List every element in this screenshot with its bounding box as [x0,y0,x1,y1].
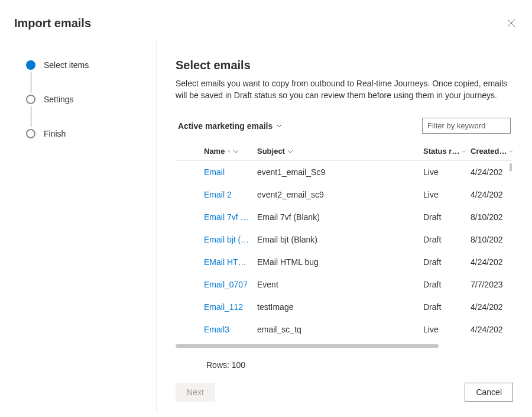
row-name-link[interactable]: Email_112 [204,302,257,312]
column-header-name[interactable]: Name ↑ [204,147,257,156]
column-header-created[interactable]: Created… [471,147,513,156]
table-row[interactable]: Email bjt (…Email bjt (Blank)Draft8/10/2… [176,228,513,251]
vertical-scrollbar[interactable] [508,163,512,335]
dialog-title: Import emails [14,17,91,30]
row-created: 7/7/2023 [471,280,513,289]
step-indicator-inactive [26,95,35,104]
page-heading: Select emails [176,59,513,72]
close-button[interactable] [505,17,518,31]
row-subject: event2_email_sc9 [257,190,423,199]
row-created: 4/24/202 [471,257,513,267]
row-status: Draft [423,257,471,267]
column-header-subject[interactable]: Subject [257,147,423,156]
table-row[interactable]: Email_112testImageDraft4/24/202 [176,296,513,318]
row-name-link[interactable]: EMail HT… [204,257,257,267]
row-status: Live [423,190,471,199]
table-row[interactable]: Email_0707EventDraft7/7/2023 [176,273,513,296]
step-indicator-inactive [26,129,35,138]
column-label: Status r… [423,147,459,156]
row-created: 8/10/202 [471,235,513,244]
row-subject: Email 7vf (Blank) [257,212,423,222]
next-button[interactable]: Next [176,383,215,402]
cancel-button[interactable]: Cancel [465,383,513,402]
column-label: Created… [471,147,507,156]
row-subject: testImage [257,302,423,312]
row-status: Draft [423,302,471,312]
step-connector [31,106,31,127]
table-row[interactable]: Email 2event2_email_sc9Live4/24/202 [176,183,513,206]
row-name-link[interactable]: Email 7vf … [204,212,257,222]
filter-input[interactable] [422,118,511,134]
step-list: Select items Settings Finish [26,59,144,140]
step-label: Settings [44,95,74,104]
horizontal-scrollbar-thumb[interactable] [176,344,439,348]
row-subject: event1_email_Sc9 [257,167,423,177]
row-created: 4/24/202 [471,302,513,312]
chevron-down-icon [276,124,282,128]
step-label: Select items [44,60,89,70]
table-wrapper: Name ↑ Subject Status r… Created… Email [176,142,513,352]
table-row[interactable]: Email3email_sc_tqLive4/24/202 [176,318,513,341]
row-name-link[interactable]: Email [204,167,257,177]
row-name-link[interactable]: Email bjt (… [204,235,257,244]
row-created: 4/24/202 [471,325,513,334]
table-body: Emailevent1_email_Sc9Live4/24/202Email 2… [176,161,513,341]
step-connector [31,72,31,93]
close-icon [507,19,515,27]
column-label: Subject [257,147,285,156]
step-settings[interactable]: Settings [26,93,144,106]
chevron-down-icon [509,150,513,153]
horizontal-scrollbar[interactable] [176,344,513,349]
table-controls: Active marketing emails [176,118,513,142]
row-status: Live [423,325,471,334]
vertical-scrollbar-thumb[interactable] [510,163,512,172]
column-label: Name [204,147,225,156]
row-subject: Event [257,280,423,289]
sort-ascending-icon: ↑ [227,148,231,155]
dialog-footer: Next Cancel [176,370,513,402]
step-label: Finish [44,129,66,138]
table-header: Name ↑ Subject Status r… Created… [176,142,513,161]
step-finish[interactable]: Finish [26,127,144,140]
row-name-link[interactable]: Email 2 [204,190,257,199]
rows-count: Rows: 100 [176,352,513,370]
row-name-link[interactable]: Email_0707 [204,280,257,289]
column-header-checkbox[interactable] [176,147,204,156]
table-row[interactable]: Email 7vf …Email 7vf (Blank)Draft8/10/20… [176,206,513,228]
row-status: Live [423,167,471,177]
table-row[interactable]: EMail HT…EMail HTML bugDraft4/24/202 [176,251,513,273]
main-panel: Select emails Select emails you want to … [157,41,532,413]
column-header-status[interactable]: Status r… [423,147,471,156]
view-selector-label: Active marketing emails [178,121,273,131]
chevron-down-icon [233,150,239,153]
row-status: Draft [423,280,471,289]
row-subject: email_sc_tq [257,325,423,334]
row-name-link[interactable]: Email3 [204,325,257,334]
row-subject: EMail HTML bug [257,257,423,267]
wizard-sidebar: Select items Settings Finish [0,41,157,413]
chevron-down-icon [287,150,293,153]
row-status: Draft [423,235,471,244]
row-subject: Email bjt (Blank) [257,235,423,244]
dialog-header: Import emails [0,0,532,41]
page-description: Select emails you want to copy from outb… [176,78,513,101]
step-select-items[interactable]: Select items [26,59,144,72]
view-selector[interactable]: Active marketing emails [178,121,282,131]
row-created: 4/24/202 [471,167,513,177]
chevron-down-icon [462,150,466,153]
table-row[interactable]: Emailevent1_email_Sc9Live4/24/202 [176,161,513,183]
row-created: 8/10/202 [471,212,513,222]
row-created: 4/24/202 [471,190,513,199]
step-indicator-active [26,60,35,70]
row-status: Draft [423,212,471,222]
